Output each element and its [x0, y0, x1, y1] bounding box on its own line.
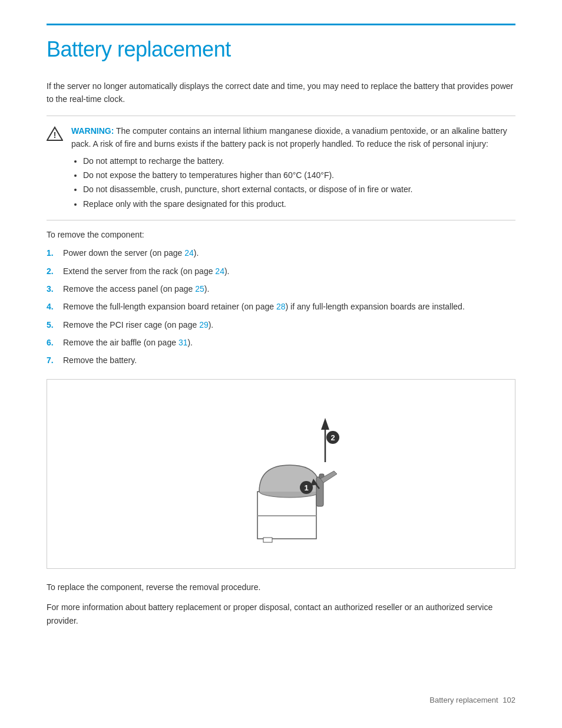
- step-link-1[interactable]: 24: [184, 248, 194, 258]
- list-item: 2. Extend the server from the rack (on p…: [47, 265, 515, 278]
- svg-marker-8: [321, 418, 329, 430]
- step-number-4: 4.: [47, 300, 63, 313]
- step-number-6: 6.: [47, 336, 63, 349]
- svg-rect-3: [263, 538, 272, 542]
- svg-rect-15: [257, 515, 316, 516]
- list-item: 1. Power down the server (on page 24).: [47, 246, 515, 259]
- warning-bullets: Do not attempt to recharge the battery. …: [71, 154, 515, 211]
- step-text-7: Remove the battery.: [63, 354, 515, 367]
- step-text-5: Remove the PCI riser cage (on page 29).: [63, 318, 515, 331]
- step-link-4[interactable]: 28: [276, 302, 286, 311]
- warning-bullet-4: Replace only with the spare designated f…: [83, 197, 515, 210]
- svg-text:2: 2: [330, 433, 335, 442]
- step-link-5[interactable]: 29: [199, 320, 209, 330]
- procedure-intro: To remove the component:: [47, 230, 515, 239]
- step-link-3[interactable]: 25: [195, 284, 204, 294]
- step-number-5: 5.: [47, 318, 63, 331]
- list-item: 7. Remove the battery.: [47, 354, 515, 367]
- list-item: 3. Remove the access panel (on page 25).: [47, 282, 515, 295]
- page-title: Battery replacement: [47, 37, 515, 62]
- warning-bullet-3: Do not disassemble, crush, puncture, sho…: [83, 183, 515, 196]
- intro-text: If the server no longer automatically di…: [47, 80, 515, 106]
- step-number-2: 2.: [47, 265, 63, 278]
- list-item: 4. Remove the full-length expansion boar…: [47, 300, 515, 313]
- warning-content: WARNING: The computer contains an intern…: [71, 124, 515, 212]
- warning-box: ! WARNING: The computer contains an inte…: [47, 116, 515, 220]
- step-link-6[interactable]: 31: [178, 338, 188, 347]
- warning-label: WARNING:: [71, 126, 114, 136]
- warning-bullet-1: Do not attempt to recharge the battery.: [83, 154, 515, 167]
- list-item: 5. Remove the PCI riser cage (on page 29…: [47, 318, 515, 331]
- top-border: [47, 24, 515, 25]
- svg-text:!: !: [54, 130, 57, 140]
- footer-page-title: Battery replacement: [429, 696, 498, 704]
- footer-text-1: To replace the component, reverse the re…: [47, 581, 515, 594]
- battery-diagram: 2 1: [199, 391, 363, 556]
- steps-list: 1. Power down the server (on page 24). 2…: [47, 246, 515, 367]
- footer-page-number: 102: [503, 696, 515, 704]
- step-text-1: Power down the server (on page 24).: [63, 246, 515, 259]
- warning-bullet-2: Do not expose the battery to temperature…: [83, 169, 515, 182]
- step-text-6: Remove the air baffle (on page 31).: [63, 336, 515, 349]
- svg-text:1: 1: [304, 483, 308, 492]
- step-text-2: Extend the server from the rack (on page…: [63, 265, 515, 278]
- list-item: 6. Remove the air baffle (on page 31).: [47, 336, 515, 349]
- battery-diagram-box: 2 1: [47, 379, 515, 569]
- step-number-3: 3.: [47, 282, 63, 295]
- step-text-4: Remove the full-length expansion board r…: [63, 300, 515, 313]
- step-link-2[interactable]: 24: [215, 266, 224, 276]
- step-text-3: Remove the access panel (on page 25).: [63, 282, 515, 295]
- warning-text: The computer contains an internal lithiu…: [71, 126, 507, 149]
- page-footer: Battery replacement 102: [429, 696, 515, 704]
- step-number-7: 7.: [47, 354, 63, 367]
- warning-icon: !: [47, 126, 63, 142]
- step-number-1: 1.: [47, 246, 63, 259]
- footer-text-2: For more information about battery repla…: [47, 601, 515, 627]
